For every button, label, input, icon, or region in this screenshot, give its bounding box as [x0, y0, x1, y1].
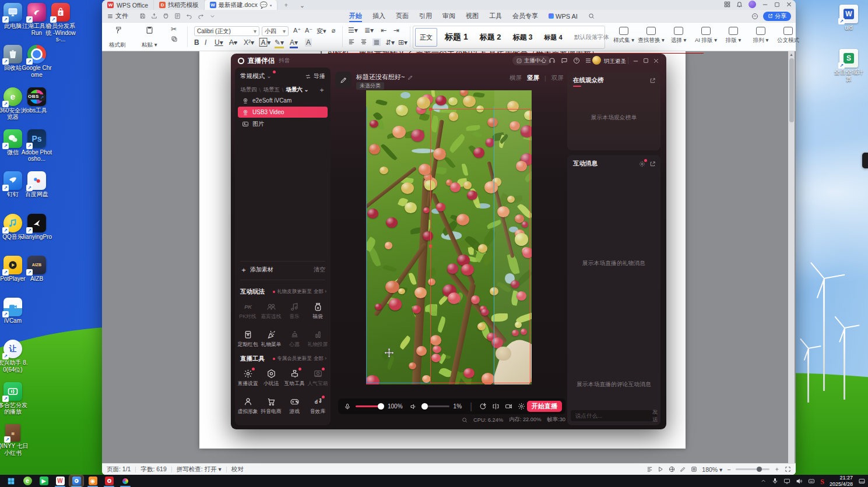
app-wps[interactable]: W [53, 475, 67, 486]
fullscreen-icon[interactable] [785, 466, 791, 472]
feature-直播设置[interactable]: 直播设置 [236, 366, 259, 392]
zoom-level[interactable]: 180% ▾ [702, 466, 722, 473]
copy-icon[interactable] [171, 36, 178, 43]
underline-button[interactable]: U▾ [215, 38, 223, 47]
style-标题 3[interactable]: 标题 3 [509, 28, 537, 47]
screen-mode-横屏[interactable]: 横屏 [509, 74, 522, 82]
feature-PK对线[interactable]: PKPK对线 [236, 299, 259, 325]
feature-互动工具[interactable]: 互动工具 [283, 366, 306, 392]
strikethrough-button[interactable]: A▾ [229, 38, 237, 47]
beauty-icon[interactable] [479, 403, 487, 410]
desktop-icon-member[interactable]: e↗会员分发系统 -Windows-... [44, 3, 77, 43]
resize-handle[interactable] [429, 108, 432, 111]
ribbon-tool-样式集[interactable]: 样式集 ▾ [610, 26, 637, 44]
user-avatar[interactable] [592, 56, 601, 65]
ribbon-tool-排列[interactable]: 排列 ▾ [747, 26, 774, 44]
menu-tab-插入[interactable]: 插入 [367, 10, 391, 22]
text-effects-icon[interactable]: 🄰▾ [259, 38, 270, 47]
speaker-volume-slider[interactable] [421, 405, 449, 407]
zoom-slider-knob[interactable] [757, 467, 762, 472]
desktop-icon-hongxing[interactable]: 让↗宏兴助手 8.0(64位) [0, 340, 29, 373]
tray-mic-icon[interactable] [772, 478, 778, 484]
stream-maximize-button[interactable] [643, 58, 649, 63]
new-tab-button[interactable]: ＋ [277, 0, 294, 10]
maximize-button[interactable] [774, 2, 780, 8]
app-obs[interactable] [102, 475, 116, 486]
screen-mode-竖屏[interactable]: 竖屏 [527, 74, 539, 82]
superscript-button[interactable]: X²▾ [244, 38, 254, 47]
zoom-slider[interactable] [736, 468, 769, 470]
send-button[interactable]: 发送 [652, 408, 658, 424]
feature-嘉宾连线[interactable]: 嘉宾连线 [259, 299, 283, 325]
desktop-icon-obstool[interactable]: OBS↗obs工具 [20, 87, 53, 114]
feature-礼物投屏[interactable]: 礼物投屏 [306, 327, 329, 353]
desktop-icon-ps[interactable]: Ps↗Adobe Photosho... [20, 129, 53, 163]
preview-icon[interactable] [174, 13, 181, 19]
zoom-out-button[interactable]: − [727, 466, 730, 473]
apps-grid-icon[interactable] [724, 1, 730, 8]
align-left-icon[interactable] [348, 38, 355, 45]
feature-抖音电商[interactable]: 抖音电商 [259, 394, 283, 420]
tab-wps-home[interactable]: W WPS Office [102, 0, 154, 10]
numbering-button[interactable]: ≣▾ [364, 26, 374, 34]
message-input[interactable] [575, 412, 652, 419]
paste-icon[interactable] [145, 26, 154, 34]
settings-gear-icon[interactable] [518, 403, 525, 410]
undo-icon[interactable] [186, 13, 192, 19]
align-center-icon[interactable] [360, 38, 367, 45]
scene-tab-场景四[interactable]: 场景四 [240, 86, 257, 94]
format-painter-label[interactable]: 格式刷 [109, 41, 126, 49]
anchor-center-button[interactable]: 主播中心 [512, 56, 550, 65]
style-标题 2[interactable]: 标题 2 [476, 28, 505, 47]
taskbar-clock[interactable]: 21:27 2025/4/28 [830, 475, 853, 487]
edit-room-title-icon[interactable] [407, 75, 413, 80]
menu-tab-WPS AI[interactable]: WPS AI [543, 10, 583, 22]
source-item-图片[interactable]: 图片 [238, 118, 328, 129]
menu-tab-引用[interactable]: 引用 [414, 10, 437, 22]
app-capcut[interactable] [118, 475, 132, 486]
mode-select[interactable]: 常规模式 ⌄ [240, 72, 272, 80]
mic-icon[interactable] [344, 403, 351, 410]
scene-tab-场景六[interactable]: 场景六 ⌄ [286, 86, 308, 94]
stream-close-button[interactable] [653, 58, 659, 64]
minimize-button[interactable] [762, 1, 768, 8]
scene-tab-场景五[interactable]: 场景五 [263, 86, 280, 94]
desktop-icon-aizb[interactable]: AIZB↗AIZB [20, 256, 53, 283]
camera-icon[interactable] [505, 403, 512, 410]
app-360-browser[interactable]: e [20, 475, 34, 486]
start-live-button[interactable]: 开始直播 [527, 401, 562, 412]
edit-mode-icon[interactable] [680, 466, 686, 472]
desktop-icon-greenplay[interactable]: ↗多合艺分发的播放 [0, 382, 29, 415]
style-标题 1[interactable]: 标题 1 [441, 28, 472, 47]
save-icon[interactable] [139, 13, 146, 19]
menu-tab-视图[interactable]: 视图 [461, 10, 484, 22]
feature-心愿[interactable]: 心愿 [283, 327, 306, 353]
read-mode-icon[interactable] [658, 466, 664, 472]
ribbon-tool-查找替换[interactable]: 查找替换 ▾ [638, 26, 665, 44]
bullets-button[interactable]: ☰▾ [348, 26, 358, 34]
ribbon-tool-AI 排版[interactable]: AI 排版 ▾ [693, 26, 719, 44]
source-item-USB3 Video[interactable]: USB3 Video [238, 107, 328, 118]
screen-mode-双屏[interactable]: 双屏 [551, 74, 564, 82]
status-spellcheck[interactable]: 拼写检查: 打开 ▾ [177, 465, 222, 474]
bell-icon[interactable] [736, 1, 743, 8]
phonetic-guide-icon[interactable]: 変▾ [317, 27, 326, 36]
tray-expand-icon[interactable] [760, 478, 767, 484]
file-menu[interactable]: 文件 [102, 10, 133, 22]
justify-icon[interactable] [372, 38, 381, 46]
status-proof[interactable]: 校对 [231, 465, 244, 474]
app-green-cam[interactable]: ▶ [37, 475, 51, 486]
feature-音效库[interactable]: d音效库 [306, 394, 329, 420]
live-preview-canvas[interactable] [366, 90, 532, 384]
export-icon[interactable] [151, 13, 157, 19]
tray-speaker-icon[interactable] [796, 478, 803, 485]
collapse-ribbon-icon[interactable] [751, 13, 758, 20]
search-icon[interactable] [583, 10, 600, 22]
tray-sogou-icon[interactable]: S [820, 476, 824, 486]
speaker-icon[interactable] [410, 403, 417, 410]
char-shading-button[interactable]: A [305, 38, 312, 47]
notification-center-icon[interactable] [858, 478, 866, 485]
close-button[interactable] [786, 1, 792, 8]
document-tab-0[interactable]: D找稻壳模板 [154, 0, 205, 10]
flip-mirror-icon[interactable] [492, 403, 500, 410]
